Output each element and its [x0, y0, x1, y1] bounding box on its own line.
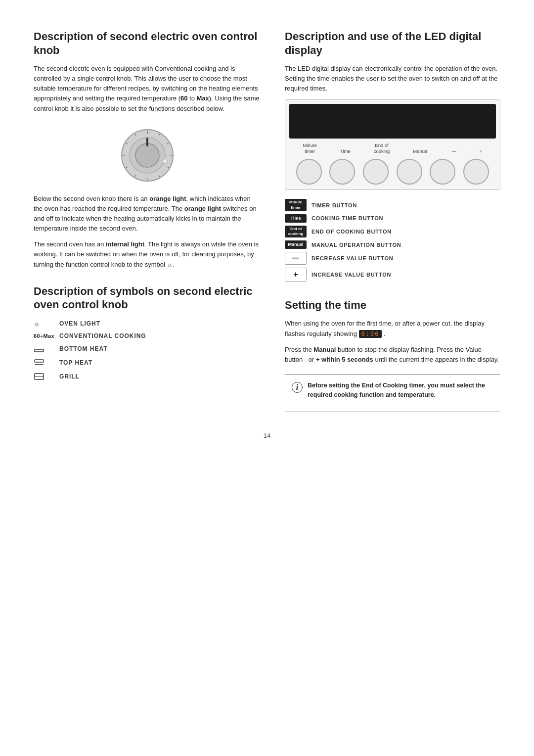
section-symbols: Description of symbols on second electri… — [34, 284, 261, 381]
knob-image — [34, 126, 261, 185]
svg-point-16 — [163, 159, 168, 164]
led-label-minus-text: — — [451, 148, 456, 154]
svg-rect-17 — [35, 349, 44, 352]
page-layout: Description of second electric oven cont… — [34, 30, 500, 412]
led-label-minute-timer: Minute timer — [303, 142, 317, 154]
info-text: Before setting the End of Cooking timer,… — [308, 381, 493, 400]
btn-desc-5: DECREASE VALUE BUTTON — [312, 255, 394, 261]
top-heat-icon — [34, 358, 59, 367]
grill-icon — [34, 372, 59, 381]
led-button-2[interactable] — [329, 159, 355, 185]
btn-desc-4: MANUAL OPERATION BUTTON — [312, 242, 401, 248]
top-heat-label: TOP HEAT — [59, 359, 92, 366]
bottom-heat-icon — [34, 344, 59, 353]
oven-light-label: OVEN LIGHT — [59, 320, 100, 327]
info-box: i Before setting the End of Cooking time… — [285, 375, 500, 412]
knob-svg — [118, 126, 177, 185]
svg-point-2 — [135, 143, 159, 167]
button-label-item-2: Time COOKING TIME BUTTON — [285, 214, 401, 223]
button-label-item-1: Minute timer TIMER BUTTON — [285, 199, 401, 211]
led-labels-row: Minute timer Time End of cooking Manual — [289, 142, 496, 157]
svg-rect-18 — [35, 360, 44, 362]
btn-desc-6: INCREASE VALUE BUTTON — [312, 272, 391, 278]
info-icon: i — [292, 382, 303, 393]
section-setting-time: Setting the time When using the oven for… — [285, 298, 500, 412]
section-led: Description and use of the LED digital d… — [285, 30, 500, 284]
btn-tag-plus: + — [285, 268, 307, 282]
led-label-plus: + — [480, 148, 483, 154]
led-label-manual: Manual — [413, 148, 428, 154]
led-label-minus: — — [451, 148, 456, 154]
grill-label: GRILL — [59, 373, 80, 380]
knob-section-title: Description of second electric oven cont… — [34, 30, 261, 57]
btn-tag-minus: — — [285, 252, 307, 265]
knob-body2: Below the second oven knob there is an o… — [34, 194, 261, 234]
led-label-end-of: End of — [375, 142, 388, 148]
list-item: TOP HEAT — [34, 358, 261, 367]
symbols-section-title: Description of symbols on second electri… — [34, 284, 261, 312]
list-item: BOTTOM HEAT — [34, 344, 261, 353]
section-knob-description: Description of second electric oven cont… — [34, 30, 261, 270]
symbol-list: ☼ OVEN LIGHT 60÷Max CONVENTIONAL COOKING… — [34, 320, 261, 381]
setting-time-body2: Press the Manual button to stop the disp… — [285, 345, 500, 365]
led-body: The LED digital display can electronical… — [285, 64, 500, 94]
manual-bold: Manual — [314, 346, 336, 353]
knob-body3: The second oven has an internal light. T… — [34, 239, 261, 269]
orange-light-1: orange light — [149, 195, 186, 202]
led-buttons-row — [289, 157, 496, 189]
knob-body1-text1: The second electric oven is equipped wit… — [34, 65, 260, 112]
button-label-item-3: End of cooking END OF COOKING BUTTON — [285, 226, 401, 238]
list-item: GRILL — [34, 372, 261, 381]
knob-temp-bold2: Max — [197, 94, 209, 102]
button-label-item-6: + INCREASE VALUE BUTTON — [285, 268, 401, 282]
bottom-heat-label: BOTTOM HEAT — [59, 345, 107, 352]
conventional-icon: 60÷Max — [34, 333, 59, 339]
btn-tag-end-cooking: End of cooking — [285, 226, 307, 238]
led-screen — [289, 104, 496, 139]
right-column: Description and use of the LED digital d… — [285, 30, 500, 412]
button-list-section: Minute timer TIMER BUTTON Time COOKING T… — [285, 199, 500, 284]
led-label-time: Time — [340, 148, 351, 154]
button-label-item-4: Manual MANUAL OPERATION BUTTON — [285, 240, 401, 249]
display-dashes: 0:00 — [359, 330, 382, 338]
btn-tag-time: Time — [285, 214, 307, 223]
led-label-time-text: Time — [340, 148, 351, 154]
led-button-4[interactable] — [397, 159, 422, 185]
led-label-plus-text: + — [480, 148, 483, 154]
btn-tag-minute-timer: Minute timer — [285, 199, 307, 211]
led-label-cooking: cooking — [374, 148, 390, 154]
orange-light-2: orange light — [184, 205, 221, 212]
info-text-bold: Before setting the End of Cooking timer,… — [308, 382, 485, 398]
plus-5sec-bold: + within 5 seconds — [316, 356, 373, 363]
list-item: 60÷Max CONVENTIONAL COOKING — [34, 332, 261, 339]
setting-time-body1: When using the oven for the first time, … — [285, 319, 500, 338]
svg-rect-3 — [146, 138, 148, 146]
led-label-manual-text: Manual — [413, 148, 428, 154]
button-labels-col: Minute timer TIMER BUTTON Time COOKING T… — [285, 199, 401, 284]
led-button-3[interactable] — [363, 159, 389, 185]
setting-time-title: Setting the time — [285, 298, 500, 312]
led-label-minute: Minute — [303, 142, 317, 148]
btn-desc-3: END OF COOKING BUTTON — [312, 229, 392, 235]
btn-tag-manual: Manual — [285, 240, 307, 249]
led-display-box: Minute timer Time End of cooking Manual — [285, 99, 500, 190]
led-button-6[interactable] — [463, 159, 489, 185]
oven-light-icon: ☼ — [34, 320, 59, 328]
button-label-item-5: — DECREASE VALUE BUTTON — [285, 252, 401, 265]
btn-desc-1: TIMER BUTTON — [312, 202, 357, 208]
led-button-5[interactable] — [430, 159, 455, 185]
led-button-1[interactable] — [296, 159, 322, 185]
conventional-label: CONVENTIONAL COOKING — [59, 332, 146, 339]
led-label-end-of-cooking: End of cooking — [374, 142, 390, 154]
list-item: ☼ OVEN LIGHT — [34, 320, 261, 328]
led-label-timer: timer — [305, 148, 315, 154]
left-column: Description of second electric oven cont… — [34, 30, 261, 412]
knob-temp-bold1: 60 — [180, 94, 187, 102]
internal-light-bold: internal light — [106, 240, 144, 248]
btn-desc-2: COOKING TIME BUTTON — [312, 215, 383, 221]
knob-body1: The second electric oven is equipped wit… — [34, 64, 261, 114]
led-section-title: Description and use of the LED digital d… — [285, 30, 500, 57]
page-number: 14 — [34, 432, 500, 439]
